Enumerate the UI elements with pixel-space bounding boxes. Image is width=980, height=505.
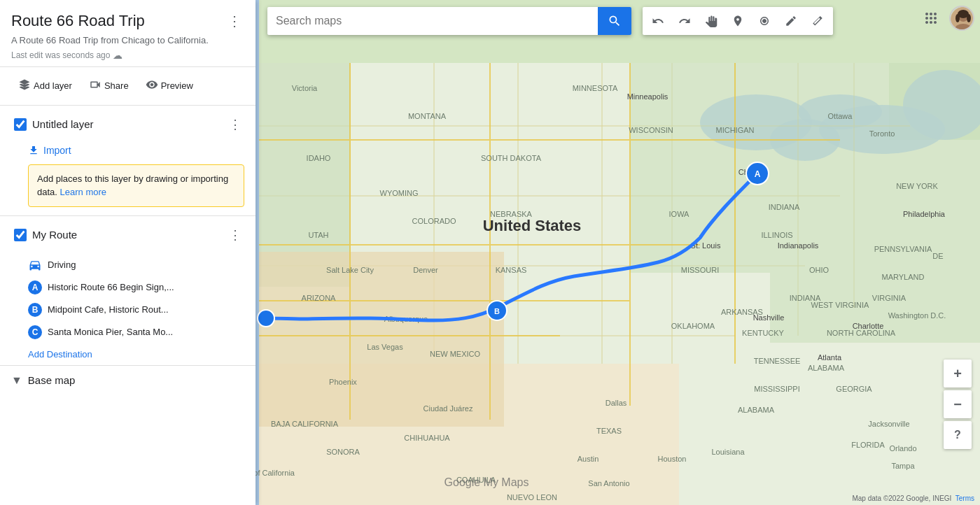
user-avatar[interactable] (949, 6, 974, 31)
svg-text:Toronto: Toronto (869, 129, 895, 138)
driving-icon (28, 258, 42, 272)
destination-c-item[interactable]: C Santa Monica Pier, Santa Mo... (0, 321, 255, 343)
svg-text:ALABAMA: ALABAMA (738, 406, 775, 414)
google-apps-button[interactable] (918, 6, 944, 31)
svg-text:ALABAMA: ALABAMA (808, 364, 845, 372)
svg-text:MARYLAND: MARYLAND (882, 273, 925, 281)
search-input[interactable] (267, 7, 598, 35)
my-route-header: My Route ⋮ (0, 216, 255, 254)
layer-hint-box: Add places to this layer by drawing or i… (28, 164, 244, 207)
edit-line-icon (785, 15, 797, 27)
svg-text:Ottawa: Ottawa (828, 112, 853, 120)
svg-text:TENNESSEE: TENNESSEE (754, 357, 801, 365)
svg-text:MINNESOTA: MINNESOTA (573, 84, 618, 92)
destination-b-text: Midpoint Cafe, Historic Rout... (48, 304, 169, 315)
my-route-title: My Route (32, 229, 220, 241)
undo-button[interactable] (645, 8, 671, 34)
marker-button[interactable] (725, 8, 750, 34)
destination-b-item[interactable]: B Midpoint Cafe, Historic Rout... (0, 299, 255, 321)
svg-text:COLORADO: COLORADO (412, 217, 456, 225)
svg-text:NUEVO LEON: NUEVO LEON (507, 493, 557, 502)
add-layer-button[interactable]: Add layer (11, 74, 79, 98)
sidebar-actions: Add layer Share Preview (0, 67, 255, 106)
zoom-in-button[interactable]: + (944, 360, 972, 387)
svg-point-115 (967, 14, 971, 22)
svg-text:Orlando: Orlando (889, 444, 916, 453)
svg-text:TEXAS: TEXAS (596, 427, 622, 435)
header-more-button[interactable]: ⋮ (225, 11, 244, 31)
last-edit-text: Last edit was seconds ago (11, 50, 110, 60)
my-route-more-button[interactable]: ⋮ (226, 225, 244, 246)
untitled-layer-more-button[interactable]: ⋮ (226, 114, 244, 135)
title-row: Route 66 Road Trip ⋮ (11, 11, 244, 31)
svg-text:OKLAHOMA: OKLAHOMA (671, 322, 715, 330)
svg-text:SOUTH DAKOTA: SOUTH DAKOTA (481, 154, 542, 162)
my-route-checkbox[interactable] (14, 229, 27, 241)
svg-text:United States: United States (483, 217, 582, 234)
svg-text:IOWA: IOWA (669, 210, 690, 218)
svg-text:MICHIGAN: MICHIGAN (716, 126, 755, 134)
svg-rect-25 (259, 252, 504, 427)
svg-text:Minneapolis: Minneapolis (627, 92, 668, 101)
svg-text:Charlotte: Charlotte (853, 322, 884, 330)
svg-text:Tampa: Tampa (891, 462, 915, 470)
driving-item[interactable]: Driving (0, 254, 255, 276)
svg-text:Google My Maps: Google My Maps (444, 476, 529, 488)
svg-text:ILLINOIS: ILLINOIS (761, 231, 792, 239)
share-icon (89, 78, 102, 94)
svg-text:Louisiana: Louisiana (711, 448, 745, 456)
preview-icon (146, 78, 158, 94)
svg-text:UTAH: UTAH (308, 231, 328, 239)
destination-a-text: Historic Route 66 Begin Sign,... (48, 282, 174, 292)
base-map-section[interactable]: ▼ Base map (0, 366, 255, 395)
svg-text:WYOMING: WYOMING (380, 189, 419, 197)
svg-text:WISCONSIN: WISCONSIN (629, 126, 673, 134)
svg-text:NEW YORK: NEW YORK (896, 182, 938, 190)
svg-text:IDAHO: IDAHO (307, 154, 331, 162)
svg-point-114 (955, 14, 960, 22)
sidebar-header: Route 66 Road Trip ⋮ A Route 66 Road Tri… (0, 0, 255, 67)
learn-more-link[interactable]: Learn more (60, 187, 106, 197)
svg-text:Atlanta: Atlanta (818, 353, 842, 362)
untitled-layer-title: Untitled layer (32, 118, 220, 130)
svg-text:DE: DE (932, 252, 943, 260)
untitled-layer-checkbox[interactable] (14, 118, 27, 131)
base-map-title: Base map (28, 374, 244, 386)
pan-button[interactable] (699, 8, 724, 34)
svg-text:MONTANA: MONTANA (408, 112, 447, 120)
grid-icon (923, 10, 939, 27)
svg-text:Nashville: Nashville (753, 313, 785, 322)
untitled-layer-section: Untitled layer ⋮ Import Add places to th… (0, 106, 255, 216)
add-destination-link[interactable]: Add Destination (0, 343, 255, 365)
svg-text:INDIANA: INDIANA (769, 203, 800, 211)
svg-text:OHIO: OHIO (809, 266, 830, 274)
route-icon-a: A (28, 280, 42, 294)
share-button[interactable]: Share (82, 74, 136, 98)
edit-line-button[interactable] (778, 8, 804, 34)
base-map-chevron-icon: ▼ (11, 374, 22, 387)
svg-text:Las Vegas: Las Vegas (367, 343, 403, 351)
svg-text:VIRGINIA: VIRGINIA (872, 294, 906, 302)
ruler-button[interactable] (805, 8, 830, 34)
terms-link[interactable]: Terms (955, 495, 974, 502)
preview-button[interactable]: Preview (139, 74, 200, 98)
destination-a-item[interactable]: A Historic Route 66 Begin Sign,... (0, 276, 255, 299)
svg-text:Washington D.C.: Washington D.C. (888, 311, 946, 320)
svg-text:Austin: Austin (578, 455, 599, 463)
untitled-layer-header: Untitled layer ⋮ (0, 106, 255, 143)
top-right (918, 6, 974, 31)
lasso-button[interactable] (752, 8, 777, 34)
zoom-out-button[interactable]: − (944, 390, 972, 418)
import-link[interactable]: Import (28, 143, 244, 157)
svg-text:SONORA: SONORA (326, 448, 360, 456)
search-button[interactable] (598, 7, 631, 35)
svg-text:KANSAS: KANSAS (496, 266, 527, 274)
svg-text:Houston: Houston (658, 455, 687, 463)
help-button[interactable]: ? (944, 421, 972, 449)
lasso-icon (758, 15, 771, 27)
svg-text:PENNSYLVANIA: PENNSYLVANIA (874, 245, 932, 253)
svg-text:CHIHUAHUA: CHIHUAHUA (404, 434, 450, 442)
svg-text:GEORGIA: GEORGIA (836, 385, 872, 393)
undo-icon (652, 15, 664, 27)
redo-button[interactable] (672, 8, 697, 34)
